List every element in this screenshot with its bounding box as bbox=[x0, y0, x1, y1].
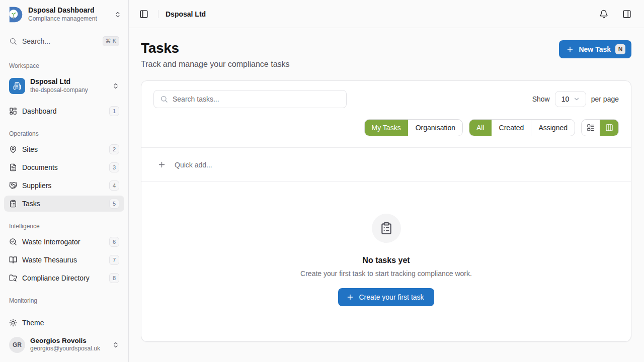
filter-created[interactable]: Created bbox=[492, 120, 531, 136]
layout-dashboard-icon bbox=[9, 107, 17, 115]
clipboard-list-icon bbox=[9, 200, 17, 208]
chevrons-up-down-icon bbox=[114, 11, 121, 18]
sidebar-item-tasks[interactable]: Tasks 5 bbox=[4, 196, 124, 212]
filter-my-tasks[interactable]: My Tasks bbox=[365, 120, 408, 136]
right-panel-toggle-button[interactable] bbox=[620, 7, 634, 21]
app-title: Dsposal Dashboard bbox=[28, 6, 109, 15]
new-task-label: New Task bbox=[579, 45, 611, 53]
theme-label: Theme bbox=[22, 319, 119, 327]
new-task-button[interactable]: New Task N bbox=[559, 40, 631, 58]
notifications-button[interactable] bbox=[597, 7, 611, 21]
page-title: Tasks bbox=[141, 40, 290, 56]
search-icon bbox=[9, 37, 17, 45]
empty-state: No tasks yet Create your first task to s… bbox=[141, 182, 631, 341]
filter-organisation[interactable]: Organisation bbox=[408, 120, 462, 136]
book-open-icon bbox=[9, 256, 17, 264]
sidebar-item-waste-thesaurus[interactable]: Waste Thesaurus 7 bbox=[4, 252, 124, 268]
view-toggle-group bbox=[581, 119, 619, 136]
quick-add-row[interactable]: Quick add... bbox=[141, 148, 631, 182]
tasks-search-input[interactable] bbox=[173, 95, 340, 103]
panel-left-icon bbox=[139, 10, 148, 19]
sidebar-nav: Dsposal Ltd the-dsposal-company Dashboar… bbox=[0, 73, 128, 313]
create-first-task-button[interactable]: Create your first task bbox=[338, 288, 434, 306]
section-label-monitoring: Monitoring bbox=[4, 297, 124, 304]
empty-state-description: Create your first task to start tracking… bbox=[300, 269, 472, 278]
sidebar-item-label: Sites bbox=[22, 145, 104, 153]
quick-add-label: Quick add... bbox=[175, 161, 212, 169]
sidebar-toggle-button[interactable] bbox=[137, 7, 151, 21]
nav-badge: 2 bbox=[109, 144, 119, 154]
nav-badge: 4 bbox=[109, 180, 119, 191]
section-label-workspace: Workspace bbox=[0, 62, 128, 69]
layout-list-icon bbox=[587, 124, 595, 132]
create-first-task-label: Create your first task bbox=[359, 293, 424, 301]
plus-icon bbox=[566, 45, 574, 53]
plus-icon bbox=[346, 293, 354, 301]
sun-icon bbox=[9, 319, 17, 327]
nav-badge: 1 bbox=[109, 106, 119, 116]
chevron-down-icon bbox=[573, 96, 580, 103]
map-pin-icon bbox=[9, 145, 17, 153]
folder-search-icon bbox=[9, 274, 17, 282]
sidebar-item-waste-interrogator[interactable]: Waste Interrogator 6 bbox=[4, 234, 124, 250]
nav-badge: 6 bbox=[109, 237, 119, 247]
workspace-slug: the-dsposal-company bbox=[30, 86, 107, 95]
topbar-divider bbox=[158, 10, 158, 18]
board-view-button[interactable] bbox=[600, 120, 618, 136]
sidebar-item-sites[interactable]: Sites 2 bbox=[4, 141, 124, 157]
page-size-value: 10 bbox=[561, 95, 570, 103]
plus-icon bbox=[157, 160, 166, 169]
panel-right-icon bbox=[622, 10, 631, 19]
nav-badge: 8 bbox=[109, 273, 119, 283]
chevrons-up-down-icon bbox=[112, 82, 119, 89]
global-search[interactable]: Search... ⌘ K bbox=[6, 33, 122, 49]
search-check-icon bbox=[9, 238, 17, 246]
filter-assigned[interactable]: Assigned bbox=[531, 120, 575, 136]
user-name: Georgios Rovolis bbox=[30, 337, 107, 345]
sidebar-item-label: Suppliers bbox=[22, 182, 104, 190]
page-subtitle: Track and manage your compliance tasks bbox=[141, 60, 290, 69]
search-icon bbox=[160, 95, 168, 103]
per-page-label: per page bbox=[591, 95, 619, 103]
show-label: Show bbox=[532, 95, 550, 103]
user-menu[interactable]: GR Georgios Rovolis georgios@yourdsposal… bbox=[4, 333, 124, 357]
main-area: Dsposal Ltd Tasks Track and manage your … bbox=[129, 0, 644, 362]
theme-toggle[interactable]: Theme bbox=[4, 315, 124, 331]
filter-all[interactable]: All bbox=[469, 120, 492, 136]
handshake-icon bbox=[9, 182, 17, 190]
sidebar-item-compliance-directory[interactable]: Compliance Directory 8 bbox=[4, 270, 124, 286]
scope-filter-group: My Tasks Organisation bbox=[364, 119, 463, 136]
sidebar-item-activity[interactable]: Activity bbox=[4, 308, 124, 312]
section-label-intelligence: Intelligence bbox=[4, 223, 124, 230]
nav-badge: 3 bbox=[109, 162, 119, 172]
app-switcher[interactable]: Dsposal Dashboard Compliance management bbox=[0, 0, 128, 28]
topbar-title: Dsposal Ltd bbox=[166, 10, 597, 18]
file-text-icon bbox=[9, 163, 17, 171]
search-label: Search... bbox=[22, 37, 98, 45]
sidebar-item-label: Documents bbox=[22, 163, 104, 171]
user-email: georgios@yourdsposal.uk bbox=[30, 345, 107, 353]
page-size-select[interactable]: 10 bbox=[555, 91, 586, 107]
page-content: Tasks Track and manage your compliance t… bbox=[129, 28, 644, 362]
workspace-switcher[interactable]: Dsposal Ltd the-dsposal-company bbox=[4, 73, 124, 98]
list-view-button[interactable] bbox=[582, 120, 600, 136]
topbar: Dsposal Ltd bbox=[129, 0, 644, 28]
tasks-card: Show 10 per page My Tasks Organisati bbox=[141, 80, 631, 342]
sidebar-item-label: Waste Interrogator bbox=[22, 238, 104, 246]
nav-badge: 7 bbox=[109, 255, 119, 265]
sidebar-item-documents[interactable]: Documents 3 bbox=[4, 159, 124, 175]
sidebar-footer: Theme GR Georgios Rovolis georgios@yourd… bbox=[0, 313, 128, 362]
sidebar-item-suppliers[interactable]: Suppliers 4 bbox=[4, 177, 124, 194]
status-filter-group: All Created Assigned bbox=[469, 119, 575, 136]
app-logo bbox=[6, 6, 23, 23]
bell-icon bbox=[599, 10, 608, 19]
sidebar-item-dashboard[interactable]: Dashboard 1 bbox=[4, 103, 124, 119]
search-shortcut-badge: ⌘ K bbox=[103, 36, 119, 46]
tasks-search[interactable] bbox=[153, 90, 347, 108]
columns-icon bbox=[605, 124, 613, 132]
sidebar-item-label: Compliance Directory bbox=[22, 274, 104, 282]
building-icon bbox=[9, 78, 25, 94]
sidebar-item-label: Dashboard bbox=[22, 107, 104, 115]
empty-state-icon-circle bbox=[372, 214, 401, 243]
chevrons-up-down-icon bbox=[112, 341, 119, 348]
